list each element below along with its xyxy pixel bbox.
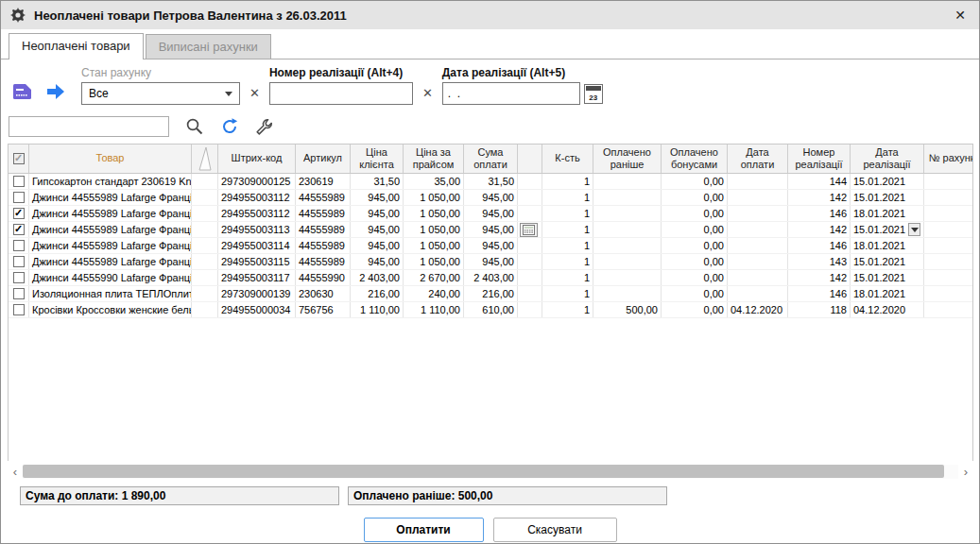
- cell-price_client: 945,00: [351, 190, 404, 205]
- cell-pay_sum: 945,00: [464, 190, 518, 205]
- column-header-article[interactable]: Артикул: [296, 144, 351, 173]
- cell-article: 44555989: [296, 238, 351, 253]
- column-header-sort[interactable]: [192, 144, 218, 173]
- table-row[interactable]: Гипсокартон стандарт 230619 Knauf Ге2973…: [9, 174, 972, 190]
- cell-real_num: 142: [788, 270, 851, 285]
- tab-issued-invoices[interactable]: Виписані рахунки: [146, 34, 271, 59]
- table-row[interactable]: Джинси 44555989 Lafarge Франція XS(р2949…: [9, 254, 972, 270]
- column-header-real_date[interactable]: Дата реалізації: [851, 144, 924, 173]
- column-header-tool[interactable]: [518, 144, 542, 173]
- realization-date-filter: Дата реалізації (Alt+5) 23: [442, 66, 603, 105]
- table-row[interactable]: ✓Джинси 44555989 Lafarge Франція S(р)294…: [9, 222, 972, 238]
- cell-barcode: 297309000139: [218, 286, 296, 301]
- column-header-price_list[interactable]: Ціна за прайсом: [404, 144, 464, 173]
- row-checkbox[interactable]: [13, 240, 25, 251]
- arrow-right-icon[interactable]: [46, 82, 66, 101]
- close-icon[interactable]: ✕: [954, 8, 966, 23]
- column-header-barcode[interactable]: Штрих-код: [218, 144, 296, 173]
- table-row[interactable]: ✓Джинси 44555989 Lafarge Франція M(р)294…: [9, 206, 972, 222]
- column-header-real_num[interactable]: Номер реалізації: [788, 144, 851, 173]
- scroll-left-icon[interactable]: ‹: [8, 465, 23, 479]
- column-header-paid_bonus[interactable]: Оплачено бонусами: [662, 144, 728, 173]
- scrollbar-track[interactable]: [23, 465, 958, 479]
- chevron-down-icon[interactable]: [908, 223, 920, 236]
- row-checkbox[interactable]: [13, 272, 25, 283]
- column-header-cb[interactable]: ✓: [9, 144, 29, 173]
- table-row[interactable]: Изоляционная плита ТЕПЛОплита 2306297309…: [9, 286, 972, 302]
- cell-qty: 1: [542, 238, 593, 253]
- row-checkbox[interactable]: [13, 192, 25, 203]
- cell-tool: [518, 302, 542, 317]
- invoice-document-icon[interactable]: [12, 82, 34, 101]
- table-header-row: ✓ТоварШтрих-кодАртикулЦіна клієнтаЦіна з…: [9, 144, 972, 174]
- column-header-account[interactable]: № рахунку: [924, 144, 973, 173]
- realization-date-input[interactable]: [442, 82, 580, 105]
- row-checkbox[interactable]: ✓: [13, 224, 25, 235]
- cell-paid_bonus: 0,00: [662, 270, 728, 285]
- search-input[interactable]: [9, 116, 169, 137]
- table-row[interactable]: Кросівки Кроссовки женские белые 7562949…: [9, 302, 972, 318]
- scrollbar-thumb[interactable]: [23, 465, 944, 478]
- tab-bar: Неоплачені товари Виписані рахунки: [1, 29, 979, 60]
- action-buttons: Оплатити Скасувати: [1, 518, 979, 542]
- cell-article: 230630: [296, 286, 351, 301]
- refresh-icon[interactable]: [220, 117, 239, 136]
- cell-account: [924, 190, 973, 205]
- column-header-pay_sum[interactable]: Сума оплати: [464, 144, 518, 173]
- cell-tool: [518, 222, 542, 237]
- cell-tool: [518, 206, 542, 221]
- row-checkbox[interactable]: [13, 304, 25, 315]
- cell-cb: [9, 270, 29, 285]
- row-checkbox[interactable]: [13, 288, 25, 299]
- cell-pay_sum: 2 403,00: [464, 270, 518, 285]
- column-header-paid_before[interactable]: Оплачено раніше: [593, 144, 662, 173]
- cell-price_client: 945,00: [351, 222, 404, 237]
- cell-pay_date: [728, 222, 788, 237]
- cell-pay_date: 04.12.2020: [728, 302, 788, 317]
- wrench-icon[interactable]: [255, 118, 273, 136]
- column-header-product[interactable]: Товар: [29, 144, 192, 173]
- account-state-filter: Стан рахунку Все: [81, 66, 240, 105]
- cell-paid_before: [593, 286, 662, 301]
- row-checkbox[interactable]: [13, 176, 25, 187]
- chevron-down-icon: [225, 92, 232, 96]
- table-row[interactable]: Джинси 44555990 Lafarge Франція L(р)2949…: [9, 270, 972, 286]
- cell-qty: 1: [542, 270, 593, 285]
- cell-product: Джинси 44555989 Lafarge Франція M(р): [29, 190, 192, 205]
- row-checkbox[interactable]: [13, 256, 25, 267]
- cell-account: [924, 238, 973, 253]
- magnifier-icon[interactable]: [185, 117, 204, 136]
- cell-pay_sum: 945,00: [464, 206, 518, 221]
- realization-number-label: Номер реалізації (Alt+4): [269, 66, 413, 79]
- cancel-button[interactable]: Скасувати: [493, 518, 617, 542]
- cell-sort: [192, 254, 218, 269]
- clear-number-filter-icon[interactable]: ✕: [422, 86, 433, 100]
- cell-real_date: 15.01.2021: [851, 174, 924, 189]
- scroll-right-icon[interactable]: ›: [958, 465, 973, 479]
- cell-pay_date: [728, 270, 788, 285]
- cell-paid_before: [593, 270, 662, 285]
- account-state-select[interactable]: Все: [81, 82, 240, 105]
- cell-real_date: 15.01.2021: [851, 270, 924, 285]
- cell-account: [924, 174, 973, 189]
- cell-price_list: 240,00: [404, 286, 464, 301]
- row-checkbox[interactable]: ✓: [13, 208, 25, 219]
- select-all-checkbox[interactable]: ✓: [13, 153, 25, 164]
- realization-number-input[interactable]: [269, 82, 413, 105]
- cell-price_list: 1 050,00: [404, 222, 464, 237]
- cell-product: Гипсокартон стандарт 230619 Knauf Ге: [29, 174, 192, 189]
- calendar-icon[interactable]: 23: [584, 84, 603, 104]
- cell-price_client: 216,00: [351, 286, 404, 301]
- table-row[interactable]: Джинси 44555989 Lafarge Франція M(р)2949…: [9, 190, 972, 206]
- column-header-pay_date[interactable]: Дата оплати: [728, 144, 788, 173]
- calculator-icon[interactable]: [520, 223, 538, 237]
- table-row[interactable]: Джинси 44555989 Lafarge Франція XL(р2949…: [9, 238, 972, 254]
- cell-qty: 1: [542, 254, 593, 269]
- cell-paid_before: [593, 190, 662, 205]
- pay-button[interactable]: Оплатити: [364, 518, 484, 542]
- column-header-qty[interactable]: К-сть: [542, 144, 593, 173]
- tab-unpaid-goods[interactable]: Неоплачені товари: [9, 33, 144, 60]
- clear-state-filter-icon[interactable]: ✕: [249, 86, 260, 100]
- column-header-price_client[interactable]: Ціна клієнта: [351, 144, 404, 173]
- cell-barcode: 294955003112: [218, 206, 296, 221]
